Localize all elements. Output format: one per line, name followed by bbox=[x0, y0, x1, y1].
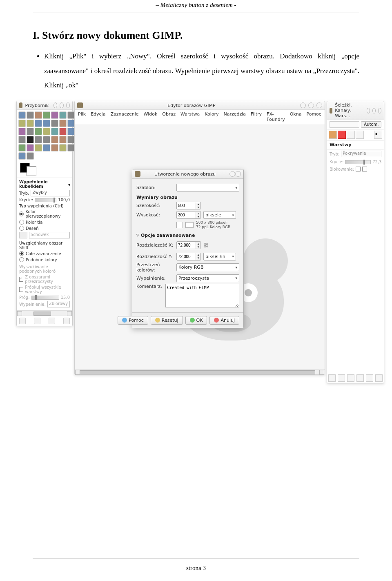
tool-cage[interactable] bbox=[59, 128, 67, 135]
opacity-slider[interactable] bbox=[35, 198, 56, 202]
radio-whole-sel[interactable] bbox=[19, 251, 24, 256]
tool-heal[interactable] bbox=[27, 144, 34, 151]
tool-color-picker[interactable] bbox=[27, 120, 34, 127]
tool-ink[interactable] bbox=[67, 136, 75, 143]
tool-extra2[interactable] bbox=[18, 152, 26, 160]
layer-mode-select[interactable]: Pokrywanie bbox=[341, 151, 381, 157]
reset-button[interactable]: Resetuj bbox=[151, 316, 183, 325]
minimize-icon[interactable] bbox=[300, 102, 306, 108]
radio-pattern[interactable] bbox=[19, 226, 24, 231]
radio-fg-color[interactable] bbox=[19, 211, 24, 216]
tool-text[interactable] bbox=[67, 128, 75, 135]
ok-button[interactable]: OK bbox=[185, 316, 207, 325]
tool-scale[interactable] bbox=[27, 128, 34, 135]
tab-undo-icon[interactable] bbox=[356, 131, 364, 139]
tool-clone[interactable] bbox=[18, 144, 26, 151]
tool-zoom[interactable] bbox=[35, 120, 42, 127]
tool-move[interactable] bbox=[51, 120, 58, 127]
tool-paths[interactable] bbox=[18, 120, 26, 127]
close-icon[interactable] bbox=[66, 102, 70, 108]
auto-button[interactable]: Autom. bbox=[361, 121, 381, 128]
layer-opacity-slider[interactable] bbox=[345, 160, 371, 164]
tab-channels-icon[interactable] bbox=[338, 131, 346, 139]
cancel-button[interactable]: Anuluj bbox=[209, 316, 239, 325]
tb-btn-3[interactable] bbox=[49, 318, 55, 324]
menu-windows[interactable]: Okna bbox=[290, 111, 302, 122]
help-button[interactable]: Pomoc bbox=[118, 316, 148, 325]
height-input[interactable]: ▴▾ bbox=[176, 211, 201, 219]
comment-textarea[interactable] bbox=[165, 284, 239, 307]
tool-perspective[interactable] bbox=[43, 128, 50, 135]
editor-hscroll[interactable] bbox=[75, 369, 325, 374]
dialog-min-icon[interactable] bbox=[229, 171, 235, 177]
menu-colors[interactable]: Kolory bbox=[205, 111, 218, 122]
close-icon[interactable] bbox=[316, 102, 322, 108]
menu-fxfoundry[interactable]: FX-Foundry bbox=[267, 111, 285, 122]
link-res-icon[interactable]: ⛓ bbox=[203, 240, 209, 251]
tool-dodge[interactable] bbox=[59, 144, 67, 151]
radio-similar[interactable] bbox=[19, 257, 24, 262]
template-select[interactable]: ▾ bbox=[176, 184, 239, 191]
tool-foreground[interactable] bbox=[67, 111, 75, 119]
tb-btn-4[interactable] bbox=[63, 318, 70, 324]
tool-paintbrush[interactable] bbox=[43, 136, 50, 143]
menu-select[interactable]: Zaznaczenie bbox=[110, 111, 138, 122]
tab-layers-icon[interactable] bbox=[329, 131, 337, 139]
tab-paths-icon[interactable] bbox=[347, 131, 355, 139]
tool-pencil[interactable] bbox=[35, 136, 42, 143]
tool-bucket[interactable] bbox=[18, 136, 26, 143]
tool-rotate[interactable] bbox=[18, 128, 26, 135]
lower-layer-icon[interactable] bbox=[347, 374, 354, 382]
portrait-icon[interactable] bbox=[176, 222, 183, 228]
menu-file[interactable]: Plik bbox=[78, 111, 86, 122]
tool-eraser[interactable] bbox=[51, 136, 58, 143]
tool-measure[interactable] bbox=[43, 120, 50, 127]
menu-tools[interactable]: Narzędzia bbox=[223, 111, 246, 122]
menu-edit[interactable]: Edycja bbox=[91, 111, 105, 122]
toolbox-hscroll[interactable] bbox=[17, 310, 72, 316]
raise-layer-icon[interactable] bbox=[338, 374, 345, 382]
tool-fuzzy-select[interactable] bbox=[43, 111, 50, 119]
lock-pixels-check[interactable] bbox=[356, 167, 361, 171]
tool-extra[interactable] bbox=[67, 144, 75, 151]
tool-airbrush[interactable] bbox=[59, 136, 67, 143]
maximize-icon[interactable] bbox=[308, 102, 314, 108]
anchor-layer-icon[interactable] bbox=[366, 374, 373, 382]
tool-scissors[interactable] bbox=[59, 111, 67, 119]
close-icon[interactable] bbox=[378, 108, 381, 114]
tool-blend[interactable] bbox=[27, 136, 34, 143]
tool-extra3[interactable] bbox=[27, 152, 34, 160]
tool-smudge[interactable] bbox=[51, 144, 58, 151]
resy-input[interactable]: ▴▾ bbox=[176, 253, 201, 260]
mode-select[interactable]: Zwykły bbox=[31, 190, 70, 196]
menu-image[interactable]: Obraz bbox=[162, 111, 176, 122]
minimize-icon[interactable] bbox=[53, 102, 57, 108]
advanced-expander[interactable]: ▽Opcje zaawansowane bbox=[136, 233, 239, 238]
tool-perspective-clone[interactable] bbox=[35, 144, 42, 151]
minimize-icon[interactable] bbox=[367, 108, 370, 114]
fill-select[interactable]: Przezroczysta▾ bbox=[176, 274, 239, 282]
tool-ellipse-select[interactable] bbox=[27, 111, 34, 119]
dialog-close-icon[interactable] bbox=[235, 171, 241, 177]
delete-layer-icon[interactable] bbox=[375, 374, 383, 382]
resunit-select[interactable]: pikseli/in▾ bbox=[203, 253, 236, 260]
tool-flip[interactable] bbox=[51, 128, 58, 135]
tool-shear[interactable] bbox=[35, 128, 42, 135]
tool-crop[interactable] bbox=[67, 120, 75, 127]
tab-menu-icon[interactable]: ◂ bbox=[374, 131, 382, 139]
image-select[interactable] bbox=[330, 121, 359, 128]
bg-color-swatch[interactable] bbox=[27, 166, 36, 176]
colorspace-select[interactable]: Kolory RGB▾ bbox=[176, 263, 239, 271]
menu-help[interactable]: Pomoc bbox=[306, 111, 321, 122]
tool-align[interactable] bbox=[59, 120, 67, 127]
tb-btn-1[interactable] bbox=[19, 318, 26, 324]
unit-select[interactable]: piksele▾ bbox=[203, 211, 236, 219]
menu-view[interactable]: Widok bbox=[144, 111, 158, 122]
menu-filters[interactable]: Filtry bbox=[251, 111, 262, 122]
tool-blur[interactable] bbox=[43, 144, 50, 151]
lock-alpha-check[interactable] bbox=[362, 167, 367, 171]
width-input[interactable]: ▴▾ bbox=[176, 202, 201, 209]
tool-color-select[interactable] bbox=[51, 111, 58, 119]
menu-layer[interactable]: Warstwa bbox=[180, 111, 200, 122]
tool-free-select[interactable] bbox=[35, 111, 42, 119]
